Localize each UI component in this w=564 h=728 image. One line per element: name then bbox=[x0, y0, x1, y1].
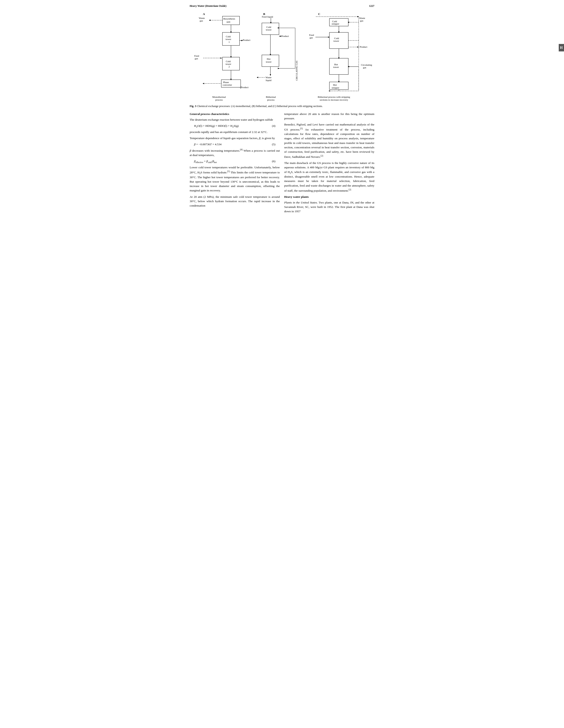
equation-5: β = −0.00736T + 4.534 (5) bbox=[194, 142, 280, 147]
cold-tower-b-label: Cold bbox=[266, 26, 271, 28]
svg-marker-51 bbox=[329, 90, 330, 92]
cold-tower-1-label3: 1 bbox=[228, 41, 230, 43]
bithermal-stripping-label2: sections to increase recovery bbox=[320, 98, 348, 101]
waste-gas-a: Waste bbox=[198, 17, 204, 19]
section-heading-general: General process characteristics bbox=[190, 112, 280, 116]
waste-gas-a2: gas bbox=[200, 19, 203, 22]
figure-3: A Waste gas Resynthesis unit Cold tower … bbox=[190, 10, 375, 108]
phase-converter-label: Phase bbox=[223, 81, 229, 84]
feed-gas-a: Feed bbox=[194, 54, 199, 57]
product-b-label: → Product bbox=[238, 86, 249, 89]
para-4: β decreases with increasing temperatures… bbox=[190, 148, 280, 157]
waste-gas-c2: gas bbox=[360, 19, 363, 22]
hot-stripper-label: Hot bbox=[333, 84, 337, 86]
product-b2: Product bbox=[281, 35, 289, 37]
page-header: Heavy Water (Deuterium Oxide) 1227 bbox=[190, 4, 375, 8]
hot-tower-c-label: Hot bbox=[334, 63, 338, 66]
main-content: General process characteristics The deut… bbox=[190, 112, 375, 216]
hot-tower-b-label2: tower bbox=[266, 60, 271, 63]
header-title: Heavy Water (Deuterium Oxide) bbox=[190, 4, 226, 8]
feed-liquid-label: Feed liquid bbox=[262, 15, 273, 18]
para-1: The deuterium exchange reaction between … bbox=[190, 118, 280, 122]
monothermal-label2: process bbox=[215, 98, 223, 101]
circulating-gas-c2: gas bbox=[363, 66, 366, 69]
label-C: C bbox=[318, 12, 320, 16]
product-c: Product bbox=[360, 45, 368, 48]
waste-gas-c: Waste bbox=[359, 17, 365, 19]
cold-tower-c-label: Cold bbox=[334, 37, 339, 40]
cold-tower-b-label2: tower bbox=[266, 28, 271, 31]
waste-liquid-label: Waste bbox=[265, 76, 271, 79]
cold-tower-2-label: Cold bbox=[225, 60, 230, 63]
svg-marker-1 bbox=[209, 20, 210, 21]
cold-tower-1-label2: tower bbox=[225, 38, 231, 40]
feed-gas-a2: gas bbox=[194, 57, 198, 60]
bithermal-stripping-label: Bithermal process with stripping bbox=[318, 96, 350, 98]
figure-diagram: A Waste gas Resynthesis unit Cold tower … bbox=[190, 10, 375, 102]
para-2: proceeds rapidly and has an equilibrium … bbox=[190, 130, 280, 134]
cold-tower-2-label2: tower bbox=[225, 63, 231, 65]
phase-converter-label2: converter bbox=[222, 84, 232, 86]
para-10: Plants in the United States. Two plants,… bbox=[284, 200, 375, 214]
hot-tower-c-label2: tower bbox=[333, 66, 339, 68]
para-9: The main drawback of the GS process is t… bbox=[284, 161, 375, 193]
monothermal-label: Monothermal bbox=[212, 96, 225, 98]
hot-tower-b-label: Hot bbox=[267, 58, 271, 60]
svg-marker-23 bbox=[256, 77, 258, 78]
svg-marker-15 bbox=[202, 83, 204, 84]
svg-marker-9 bbox=[220, 57, 222, 59]
label-B: B bbox=[263, 12, 265, 16]
para-7: temperature above 20 atm is another reas… bbox=[284, 112, 375, 121]
bithermal-label2: process bbox=[267, 98, 274, 101]
cold-tower-c-label2: tower bbox=[333, 40, 339, 42]
resynthesis-label: Resynthesis bbox=[223, 17, 235, 20]
para-5: Lower cold tower temperatures would be p… bbox=[190, 165, 280, 193]
cold-stripper-label2: stripper bbox=[332, 22, 339, 25]
label-A: A bbox=[203, 12, 205, 16]
circulating-gas-c: Circulating bbox=[361, 64, 372, 66]
feed-gas-c: Feed bbox=[309, 34, 314, 36]
col-left: General process characteristics The deut… bbox=[190, 112, 280, 216]
para-8: Benedict, Pigford, and Levi have carried… bbox=[284, 122, 375, 159]
feed-gas-c2: gas bbox=[310, 36, 313, 39]
waste-liquid-label2: liquid bbox=[265, 79, 271, 82]
equation-6: βeffective = βcold/βhot (6) bbox=[194, 159, 280, 164]
circulating-gas-label: CIRCULATING GAS bbox=[295, 61, 298, 81]
cold-tower-1-label: Cold bbox=[225, 35, 230, 38]
hot-stripper-label2: stripper bbox=[332, 86, 339, 89]
svg-marker-30 bbox=[278, 68, 279, 69]
section-heading-heavy-water: Heavy water plants bbox=[284, 195, 375, 199]
svg-marker-21 bbox=[269, 74, 271, 76]
figure-caption: Fig. 3 Chemical exchange processes: (A) … bbox=[190, 104, 375, 108]
fig-caption-bold: Fig. 3 bbox=[190, 105, 196, 108]
resynthesis-label2: unit bbox=[226, 20, 230, 23]
cold-tower-2-label3: 2 bbox=[228, 65, 230, 68]
svg-marker-29 bbox=[278, 27, 279, 29]
product-a: Product bbox=[242, 39, 250, 41]
fig-caption-text: Chemical exchange processes: (A) monothe… bbox=[197, 105, 323, 108]
para-3: Temperature dependence of liquid–gas sep… bbox=[190, 136, 280, 140]
bithermal-label: Bithermal bbox=[266, 96, 276, 98]
equation-4: H2O(l) + HDS(g) = HDO(l) + H2S(g) (4) bbox=[194, 124, 280, 129]
page-number: 1227 bbox=[369, 4, 375, 8]
col-right: temperature above 20 atm is another reas… bbox=[284, 112, 375, 216]
para-6: At 20 atm (2 MPa), the minimum safe cold… bbox=[190, 195, 280, 208]
